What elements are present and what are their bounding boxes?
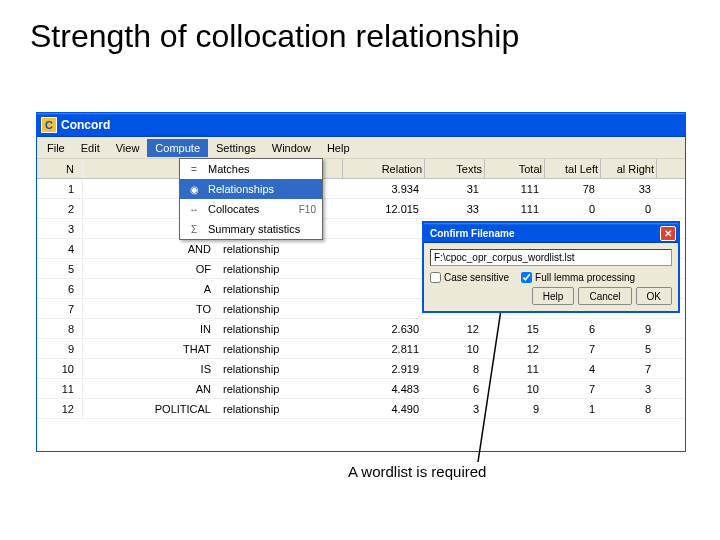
full-lemma-checkbox[interactable]: Full lemma processing <box>521 272 635 283</box>
case-sensitive-checkbox[interactable]: Case sensitive <box>430 272 509 283</box>
cell-n: 2 <box>37 199 83 218</box>
cell-texts: 10 <box>425 339 485 358</box>
cell-n: 12 <box>37 399 83 418</box>
cell-with: relationship <box>217 379 343 398</box>
cell-n: 3 <box>37 219 83 238</box>
cell-n: 5 <box>37 259 83 278</box>
dropdown-item-matches[interactable]: =Matches <box>180 159 322 179</box>
dialog-title: Confirm Filename <box>430 228 514 239</box>
dropdown-item-label: Relationships <box>208 183 316 195</box>
menu-settings[interactable]: Settings <box>208 139 264 157</box>
filename-field[interactable]: F:\cpoc_opr_corpus_wordlist.lst <box>430 249 672 266</box>
header-right[interactable]: al Right <box>601 159 657 178</box>
cell-n: 4 <box>37 239 83 258</box>
dropdown-item-icon: Σ <box>186 222 202 236</box>
cell-total: 9 <box>485 399 545 418</box>
case-sensitive-input[interactable] <box>430 272 441 283</box>
cell-relation: 4.490 <box>343 399 425 418</box>
cell-right: 9 <box>601 319 657 338</box>
help-button[interactable]: Help <box>532 287 575 305</box>
table-row[interactable]: 9THATrelationship2.811101275 <box>37 339 685 359</box>
table-row[interactable]: 8INrelationship2.630121569 <box>37 319 685 339</box>
cell-relation: 2.919 <box>343 359 425 378</box>
cell-right: 3 <box>601 379 657 398</box>
cell-total: 15 <box>485 319 545 338</box>
header-total[interactable]: Total <box>485 159 545 178</box>
cell-relation <box>343 279 425 298</box>
menu-window[interactable]: Window <box>264 139 319 157</box>
table-row[interactable]: 11ANrelationship4.48361073 <box>37 379 685 399</box>
header-relation[interactable]: Relation <box>343 159 425 178</box>
cell-right: 33 <box>601 179 657 198</box>
dropdown-item-label: Summary statistics <box>208 223 316 235</box>
cancel-button[interactable]: Cancel <box>578 287 631 305</box>
cell-relation <box>343 239 425 258</box>
table-row[interactable]: 2lationship12.0153311100 <box>37 199 685 219</box>
cell-right: 5 <box>601 339 657 358</box>
dropdown-item-collocates[interactable]: ↔CollocatesF10 <box>180 199 322 219</box>
cell-right: 8 <box>601 399 657 418</box>
header-texts[interactable]: Texts <box>425 159 485 178</box>
cell-left: 1 <box>545 399 601 418</box>
dropdown-item-summary-statistics[interactable]: ΣSummary statistics <box>180 219 322 239</box>
cell-word: IN <box>83 319 217 338</box>
cell-texts: 31 <box>425 179 485 198</box>
cell-n: 10 <box>37 359 83 378</box>
dialog-buttons: Help Cancel OK <box>430 287 672 305</box>
cell-n: 7 <box>37 299 83 318</box>
ok-button[interactable]: OK <box>636 287 672 305</box>
menu-file[interactable]: File <box>39 139 73 157</box>
menu-view[interactable]: View <box>108 139 148 157</box>
cell-relation: 4.483 <box>343 379 425 398</box>
cell-n: 9 <box>37 339 83 358</box>
dialog-options: Case sensitive Full lemma processing <box>430 272 672 283</box>
cell-word: OF <box>83 259 217 278</box>
dropdown-item-shortcut: F10 <box>299 204 316 215</box>
dropdown-item-icon: ↔ <box>186 202 202 216</box>
cell-total: 12 <box>485 339 545 358</box>
cell-with: relationship <box>217 279 343 298</box>
dropdown-item-relationships[interactable]: ◉Relationships <box>180 179 322 199</box>
table-row[interactable]: 10ISrelationship2.91981147 <box>37 359 685 379</box>
table-row[interactable]: 12POLITICALrelationship4.4903918 <box>37 399 685 419</box>
dialog-body: F:\cpoc_opr_corpus_wordlist.lst Case sen… <box>424 243 678 311</box>
close-icon[interactable]: ✕ <box>660 226 676 241</box>
cell-total: 10 <box>485 379 545 398</box>
cell-right: 7 <box>601 359 657 378</box>
header-n[interactable]: N <box>37 159 83 178</box>
cell-with: relationship <box>217 299 343 318</box>
menu-edit[interactable]: Edit <box>73 139 108 157</box>
table-headers: N Word With Relation Texts Total tal Lef… <box>37 159 685 179</box>
cell-right: 0 <box>601 199 657 218</box>
header-left[interactable]: tal Left <box>545 159 601 178</box>
cell-left: 4 <box>545 359 601 378</box>
cell-total: 111 <box>485 199 545 218</box>
cell-word: AN <box>83 379 217 398</box>
cell-with: relationship <box>217 259 343 278</box>
cell-n: 11 <box>37 379 83 398</box>
confirm-filename-dialog: Confirm Filename ✕ F:\cpoc_opr_corpus_wo… <box>422 221 680 313</box>
titlebar: C Concord <box>37 113 685 137</box>
compute-dropdown: =Matches◉Relationships↔CollocatesF10ΣSum… <box>179 158 323 240</box>
table-row[interactable]: 1lationship3.934311117833 <box>37 179 685 199</box>
cell-with: relationship <box>217 359 343 378</box>
cell-n: 8 <box>37 319 83 338</box>
annotation-text: A wordlist is required <box>348 463 486 480</box>
cell-relation <box>343 299 425 318</box>
full-lemma-input[interactable] <box>521 272 532 283</box>
cell-texts: 8 <box>425 359 485 378</box>
menu-compute[interactable]: Compute <box>147 139 208 157</box>
cell-texts: 12 <box>425 319 485 338</box>
menu-help[interactable]: Help <box>319 139 358 157</box>
dropdown-item-label: Collocates <box>208 203 299 215</box>
cell-with: relationship <box>217 239 343 258</box>
dropdown-item-label: Matches <box>208 163 316 175</box>
cell-left: 6 <box>545 319 601 338</box>
cell-word: POLITICAL <box>83 399 217 418</box>
cell-left: 7 <box>545 379 601 398</box>
dialog-titlebar: Confirm Filename ✕ <box>424 223 678 243</box>
cell-relation: 2.811 <box>343 339 425 358</box>
cell-with: relationship <box>217 339 343 358</box>
cell-relation: 12.015 <box>343 199 425 218</box>
cell-word: A <box>83 279 217 298</box>
